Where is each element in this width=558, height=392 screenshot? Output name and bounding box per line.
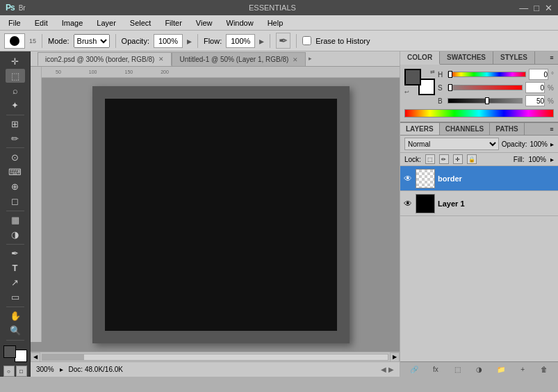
tab-color[interactable]: COLOR: [400, 51, 440, 65]
menu-layer[interactable]: Layer: [91, 17, 122, 28]
airbrush-btn[interactable]: ✒: [276, 33, 290, 49]
quick-mask-btn[interactable]: ○: [3, 366, 15, 377]
bridge-btn[interactable]: Br: [19, 4, 26, 12]
tab-1[interactable]: Untitled-1 @ 50% (Layer 1, RGB/8) ✕: [172, 52, 306, 66]
tab-layers[interactable]: LAYERS: [400, 123, 440, 135]
canvas-content[interactable]: [105, 99, 337, 331]
b-thumb[interactable]: [485, 97, 489, 104]
scroll-left-btn[interactable]: ◀: [31, 352, 40, 362]
tool-gradient[interactable]: ▦: [6, 213, 25, 227]
lock-all-btn[interactable]: 🔒: [467, 154, 477, 164]
tool-dodge[interactable]: ◑: [6, 228, 25, 242]
tab-styles[interactable]: STYLES: [493, 51, 535, 64]
layer-border-vis[interactable]: 👁: [403, 174, 413, 183]
fx-btn[interactable]: fx: [429, 364, 442, 375]
brush-preview[interactable]: [4, 33, 25, 49]
h-thumb[interactable]: [448, 71, 452, 78]
tool-path-select[interactable]: ↗: [6, 276, 25, 290]
opacity-expand[interactable]: ▸: [550, 140, 554, 148]
layer1-vis[interactable]: 👁: [403, 199, 413, 209]
group-btn[interactable]: 📁: [495, 364, 507, 375]
tool-marquee[interactable]: ⬚: [6, 69, 25, 83]
h-label: H: [438, 71, 445, 79]
menu-help[interactable]: Help: [262, 17, 289, 28]
tool-crop[interactable]: ⊞: [6, 117, 25, 131]
flow-arrow[interactable]: ▸: [259, 35, 264, 47]
tool-move[interactable]: ✛: [6, 54, 25, 68]
tool-zoom[interactable]: 🔍: [6, 324, 25, 338]
color-panel-options[interactable]: ≡: [545, 51, 558, 64]
menu-view[interactable]: View: [190, 17, 218, 28]
lock-position-btn[interactable]: ✛: [453, 154, 463, 164]
tool-shape[interactable]: ▭: [6, 291, 25, 304]
fg-color-swatch[interactable]: [3, 345, 16, 358]
swap-colors[interactable]: ⇄: [430, 69, 435, 75]
reset-colors[interactable]: ↩: [404, 89, 409, 95]
tool-clone[interactable]: ⊕: [6, 179, 25, 193]
tab-0[interactable]: icon2.psd @ 300% (border, RGB/8) ✕: [38, 52, 172, 66]
blend-mode-select[interactable]: Normal Dissolve Multiply Screen: [404, 138, 499, 150]
tabs-scroll-right[interactable]: ▸: [306, 51, 314, 66]
tab-1-close[interactable]: ✕: [293, 56, 298, 63]
new-layer-btn[interactable]: +: [516, 364, 529, 375]
fg-color[interactable]: [404, 69, 421, 85]
maximize-btn[interactable]: □: [534, 3, 539, 13]
zoom-icon[interactable]: ▸: [60, 366, 63, 373]
tool-pen[interactable]: ✒: [6, 246, 25, 260]
lock-paint-btn[interactable]: ✏: [439, 154, 449, 164]
h-value[interactable]: [529, 69, 548, 80]
opacity-arrow[interactable]: ▸: [187, 35, 192, 47]
layer-item-border[interactable]: 👁 border: [400, 166, 558, 191]
mode-icons: ○ □: [3, 366, 27, 377]
mask-btn[interactable]: ⬚: [451, 364, 463, 375]
tool-eyedropper[interactable]: ✏: [6, 131, 25, 145]
s-thumb[interactable]: [448, 84, 452, 91]
tab-swatches[interactable]: SWATCHES: [440, 51, 493, 64]
scroll-right-btn[interactable]: ▶: [390, 352, 400, 362]
erase-history-label[interactable]: Erase to History: [315, 37, 370, 45]
status-nav[interactable]: ◀ ▶: [381, 366, 394, 373]
layers-panel-options[interactable]: ≡: [545, 123, 558, 135]
menu-image[interactable]: Image: [56, 17, 89, 28]
h-scrollbar-thumb[interactable]: [42, 354, 84, 360]
h-track[interactable]: [448, 72, 526, 77]
menu-window[interactable]: Window: [221, 17, 259, 28]
tool-brush[interactable]: ⌨: [6, 165, 25, 179]
tool-text[interactable]: T: [6, 261, 25, 275]
link-layers-btn[interactable]: 🔗: [408, 364, 420, 375]
mode-select[interactable]: Brush Pencil Block: [74, 34, 110, 48]
opacity-input[interactable]: [154, 34, 183, 48]
erase-history-checkbox[interactable]: [302, 36, 311, 45]
b-track[interactable]: [448, 98, 523, 104]
bg-color-swatch[interactable]: [15, 350, 27, 362]
tab-paths[interactable]: PATHS: [490, 123, 524, 135]
layer-item-layer1[interactable]: 👁 Layer 1: [400, 191, 558, 216]
close-btn[interactable]: ✕: [545, 3, 552, 13]
b-value[interactable]: [525, 95, 545, 106]
tool-eraser[interactable]: ◻: [6, 195, 25, 209]
minimize-btn[interactable]: —: [519, 3, 528, 13]
opacity-value[interactable]: 100%: [530, 140, 548, 148]
menu-select[interactable]: Select: [124, 17, 157, 28]
color-spectrum[interactable]: [404, 109, 554, 117]
fill-value[interactable]: 100%: [528, 156, 546, 163]
tab-channels[interactable]: CHANNELS: [440, 123, 491, 135]
s-value[interactable]: [525, 82, 545, 93]
fill-expand[interactable]: ▸: [550, 156, 554, 163]
lock-transparent-btn[interactable]: ⬚: [425, 154, 435, 164]
tool-lasso[interactable]: ⌕: [6, 83, 25, 97]
window-controls[interactable]: — □ ✕: [519, 3, 552, 13]
menu-filter[interactable]: Filter: [159, 17, 187, 28]
h-scrollbar-track[interactable]: [42, 354, 388, 361]
tool-magic-wand[interactable]: ✦: [6, 98, 25, 112]
tab-0-close[interactable]: ✕: [158, 56, 164, 63]
menu-edit[interactable]: Edit: [29, 17, 54, 28]
adjustment-btn[interactable]: ◑: [473, 364, 485, 375]
screen-mode-btn[interactable]: □: [16, 366, 27, 377]
tool-spot-heal[interactable]: ⊙: [6, 150, 25, 164]
s-track[interactable]: [448, 85, 523, 90]
flow-input[interactable]: [226, 34, 255, 48]
tool-hand[interactable]: ✋: [6, 309, 25, 323]
menu-file[interactable]: File: [3, 17, 26, 28]
delete-layer-btn[interactable]: 🗑: [538, 364, 550, 375]
